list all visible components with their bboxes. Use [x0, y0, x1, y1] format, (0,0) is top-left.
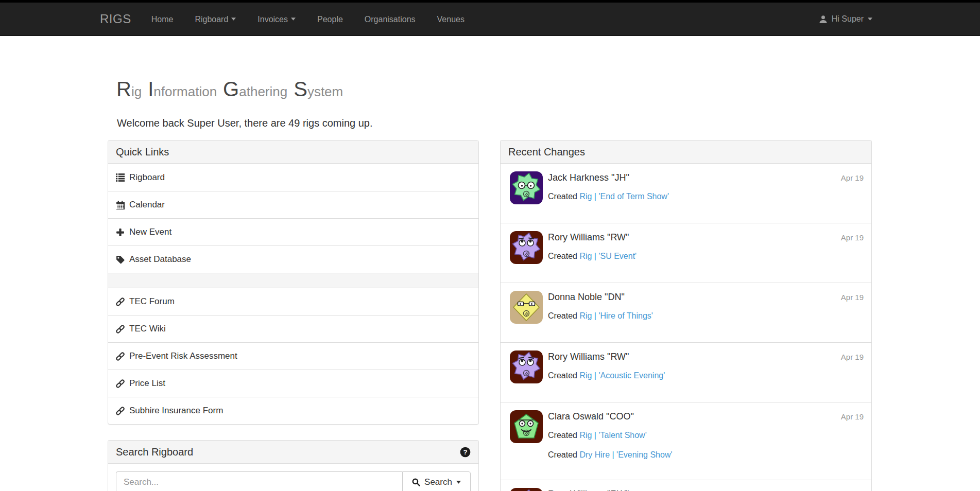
list-icon — [116, 173, 125, 182]
action-target-link[interactable]: Rig | 'Hire of Things' — [579, 311, 652, 320]
question-circle-icon[interactable] — [460, 447, 471, 458]
action-verb: Created — [548, 192, 579, 201]
change-date: Apr 19 — [841, 412, 864, 421]
quick-link-label: New Event — [129, 227, 171, 237]
action-verb: Created — [548, 371, 579, 380]
recent-change-item: Rory Williams "RW" Apr 19 — [501, 480, 871, 491]
link-icon — [116, 325, 125, 334]
navbar-item-invoices[interactable]: Invoices — [257, 3, 296, 36]
search-rigboard-panel: Search Rigboard Search — [108, 440, 479, 491]
action-target-link[interactable]: Rig | 'Acoustic Evening' — [579, 371, 665, 380]
navbar-item-label: Organisations — [365, 3, 416, 36]
person-name: Donna Noble "DN" — [548, 290, 841, 304]
quick-link-price-list[interactable]: Price List — [108, 370, 478, 397]
quick-link-label: Price List — [129, 378, 165, 389]
quick-link-label: TEC Wiki — [129, 324, 166, 334]
quick-links-panel: Quick Links Rigboard Calendar New Event … — [108, 140, 479, 425]
search-icon — [412, 478, 420, 486]
recent-change-item: Clara Oswald "COO" Apr 19 Created Rig | … — [501, 402, 871, 480]
quick-links-heading: Quick Links — [108, 141, 478, 164]
recent-change-item: Rory Williams "RW" Apr 19 Created Rig | … — [501, 223, 871, 283]
avatar — [510, 410, 543, 443]
change-action: Created Rig | 'Acoustic Evening' — [548, 370, 864, 382]
person-name: Jack Harkness "JH" — [548, 171, 841, 184]
caret-down-icon — [456, 481, 461, 484]
navbar: RIGS Home Rigboard Invoices People Organ… — [0, 3, 980, 36]
navbar-item-organisations[interactable]: Organisations — [365, 3, 416, 36]
calendar-icon — [116, 201, 125, 209]
person-name: Clara Oswald "COO" — [548, 410, 841, 423]
recent-change-item: Rory Williams "RW" Apr 19 Created Rig | … — [501, 342, 871, 402]
action-target-link[interactable]: Dry Hire | 'Evening Show' — [579, 450, 672, 459]
change-action: Created Rig | 'Hire of Things' — [548, 310, 864, 322]
quick-link-asset-database[interactable]: Asset Database — [108, 246, 478, 273]
action-verb: Created — [548, 431, 579, 440]
change-date: Apr 19 — [841, 293, 864, 302]
title-word: Rig — [116, 84, 142, 99]
recent-change-item: Donna Noble "DN" Apr 19 Created Rig | 'H… — [501, 283, 871, 342]
title-word: System — [294, 84, 343, 99]
recent-change-item: Jack Harkness "JH" Apr 19 Created Rig | … — [501, 164, 871, 223]
quick-link-subhire-insurance-form[interactable]: Subhire Insurance Form — [108, 397, 478, 424]
link-icon — [116, 352, 125, 361]
action-target-link[interactable]: Rig | 'End of Term Show' — [579, 192, 669, 201]
caret-down-icon — [291, 17, 296, 21]
quick-link-pre-event-risk-assessment[interactable]: Pre-Event Risk Assessment — [108, 342, 478, 370]
link-icon — [116, 297, 125, 306]
welcome-message: Welcome back Super User, there are 49 ri… — [117, 117, 373, 129]
navbar-links: Home Rigboard Invoices People Organisati… — [151, 3, 486, 36]
change-date: Apr 19 — [841, 173, 864, 182]
quick-links-list: Rigboard Calendar New Event Asset Databa… — [108, 164, 478, 424]
quick-link-label: Pre-Event Risk Assessment — [129, 351, 237, 361]
quick-link-label: Subhire Insurance Form — [129, 406, 223, 416]
search-input[interactable] — [116, 471, 402, 491]
navbar-item-rigboard[interactable]: Rigboard — [195, 3, 236, 36]
navbar-inner: RIGS Home Rigboard Invoices People Organ… — [100, 3, 889, 36]
action-target-link[interactable]: Rig | 'SU Event' — [579, 252, 637, 260]
change-action: Created Rig | 'End of Term Show' — [548, 190, 864, 203]
avatar — [510, 231, 543, 264]
search-rigboard-title: Search Rigboard — [116, 446, 193, 458]
quick-link-label: Calendar — [129, 200, 165, 210]
list-separator — [108, 273, 478, 288]
action-verb: Created — [548, 252, 579, 260]
quick-link-rigboard[interactable]: Rigboard — [108, 164, 478, 191]
quick-link-tec-forum[interactable]: TEC Forum — [108, 288, 478, 315]
avatar — [510, 171, 543, 204]
user-icon — [819, 15, 828, 24]
search-body: Search — [108, 464, 478, 491]
quick-link-new-event[interactable]: New Event — [108, 218, 478, 246]
avatar — [510, 291, 543, 324]
search-button[interactable]: Search — [402, 471, 471, 491]
avatar — [510, 350, 543, 383]
navbar-item-label: Rigboard — [195, 3, 228, 36]
page-title: RigInformationGatheringSystem — [116, 77, 349, 103]
brand-rigs[interactable]: RIGS — [100, 12, 131, 26]
user-menu[interactable]: Hi Super — [819, 3, 872, 36]
title-word: Gathering — [223, 84, 287, 99]
recent-changes-heading: Recent Changes — [501, 141, 871, 164]
caret-down-icon — [231, 17, 236, 21]
navbar-item-people[interactable]: People — [317, 3, 343, 36]
recent-changes-list: Jack Harkness "JH" Apr 19 Created Rig | … — [501, 164, 871, 491]
search-button-label: Search — [424, 477, 452, 487]
navbar-item-label: Home — [151, 3, 174, 36]
user-menu-label: Hi Super — [832, 14, 864, 24]
navbar-item-venues[interactable]: Venues — [437, 3, 465, 36]
navbar-item-label: Venues — [437, 3, 465, 36]
change-action: Created Rig | 'Talent Show' — [548, 429, 864, 442]
plus-icon — [116, 228, 125, 237]
navbar-item-home[interactable]: Home — [151, 3, 174, 36]
change-action: Created Dry Hire | 'Evening Show' — [548, 449, 864, 461]
action-verb: Created — [548, 450, 579, 459]
change-date: Apr 19 — [841, 233, 864, 242]
caret-down-icon — [868, 17, 872, 21]
search-rigboard-heading: Search Rigboard — [108, 441, 478, 464]
quick-link-calendar[interactable]: Calendar — [108, 191, 478, 218]
action-target-link[interactable]: Rig | 'Talent Show' — [579, 431, 646, 440]
navbar-item-label: Invoices — [257, 3, 288, 36]
tag-icon — [116, 255, 125, 264]
change-date: Apr 19 — [841, 353, 864, 361]
recent-changes-panel: Recent Changes Jack Harkness "JH" Apr 19… — [500, 140, 872, 491]
quick-link-tec-wiki[interactable]: TEC Wiki — [108, 315, 478, 342]
